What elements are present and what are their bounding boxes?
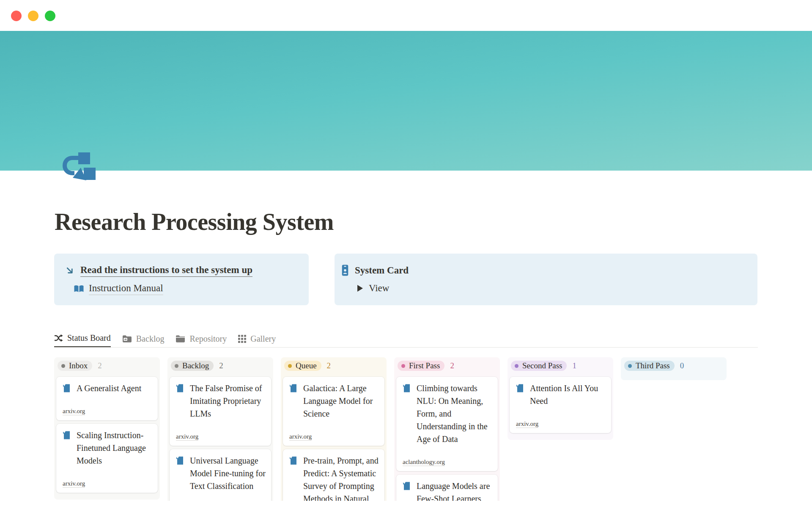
board-column-second-pass: Second Pass1Attention Is All You Needarx… [508, 357, 613, 440]
system-card-callout: System Card View [335, 254, 757, 305]
card-title: Attention Is All You Need [530, 382, 606, 407]
document-icon [403, 482, 410, 490]
card-title: A Generalist Agent [77, 382, 141, 395]
tab-repository[interactable]: Repository [176, 330, 227, 348]
card-source-link[interactable]: arxiv.org [289, 433, 312, 441]
system-card-heading: System Card [355, 265, 409, 276]
document-icon [63, 431, 70, 467]
document-icon [289, 384, 297, 392]
transform-arrow-squares-icon [61, 152, 96, 187]
instruction-manual-link[interactable]: Instruction Manual [89, 283, 163, 295]
column-status-pill[interactable]: Queue [284, 361, 321, 371]
column-count: 2 [450, 361, 454, 370]
tab-status-board[interactable]: Status Board [54, 330, 111, 348]
column-name: Backlog [182, 361, 209, 370]
column-name: Second Pass [522, 361, 562, 370]
column-header: Backlog2 [171, 361, 271, 371]
document-icon [403, 384, 410, 445]
instructions-callout: Read the instructions to set the system … [54, 254, 309, 305]
document-icon [63, 431, 70, 439]
page-cover-image[interactable] [0, 31, 812, 171]
column-status-pill[interactable]: Third Pass [624, 361, 675, 371]
page-title: Research Processing System [55, 208, 334, 235]
card-source-link[interactable]: aclanthology.org [403, 458, 445, 466]
paper-card[interactable]: Attention Is All You Needarxiv.org [510, 377, 611, 433]
grid-icon [238, 335, 246, 343]
column-name: First Pass [409, 361, 440, 370]
tabbar-divider [54, 347, 758, 348]
document-icon [176, 456, 184, 465]
column-status-pill[interactable]: Backlog [171, 361, 214, 371]
board-column-third-pass: Third Pass0 [621, 357, 727, 380]
paper-card[interactable]: The False Promise of Imitating Proprieta… [170, 377, 271, 446]
shuffle-icon [54, 334, 63, 342]
column-header: Third Pass0 [624, 361, 724, 371]
notion-page: Research Processing System Read the inst… [0, 0, 812, 508]
board-column-queue: Queue2Galactica: A Large Language Model … [281, 357, 387, 501]
column-header: Queue2 [284, 361, 384, 371]
paper-card[interactable]: Scaling Instruction-Finetuned Language M… [56, 424, 158, 493]
document-icon [176, 384, 184, 420]
paper-card[interactable]: Language Models are Few-Shot Learners [396, 475, 498, 501]
status-dot-icon [175, 364, 178, 368]
status-dot-icon [61, 364, 65, 368]
document-icon [516, 384, 524, 392]
card-source-link[interactable]: arxiv.org [176, 433, 198, 441]
document-icon [63, 384, 70, 392]
column-name: Inbox [69, 361, 88, 370]
column-count: 0 [680, 361, 684, 370]
window-zoom-button[interactable] [45, 11, 55, 21]
card-title: The False Promise of Imitating Proprieta… [190, 382, 266, 420]
tab-label: Repository [189, 334, 227, 344]
document-icon [403, 384, 410, 392]
document-icon [289, 384, 297, 420]
tab-label: Status Board [67, 333, 111, 343]
card-title: Scaling Instruction-Finetuned Language M… [77, 429, 152, 467]
column-status-pill[interactable]: Second Pass [511, 361, 567, 371]
card-title: Climbing towards NLU: On Meaning, Form, … [417, 382, 492, 445]
document-icon [63, 384, 70, 395]
card-source-link[interactable]: arxiv.org [516, 420, 538, 428]
tab-gallery[interactable]: Gallery [238, 330, 276, 348]
system-card-view-toggle[interactable]: View [369, 283, 389, 294]
status-dot-icon [401, 364, 405, 368]
folder-icon [176, 335, 185, 343]
page-icon[interactable] [61, 152, 96, 187]
status-board: Inbox2A Generalist Agentarxiv.orgScaling… [54, 357, 773, 501]
tab-label: Gallery [250, 334, 276, 344]
column-header: First Pass2 [398, 361, 498, 371]
paper-card[interactable]: Universal Language Model Fine-tuning for… [170, 449, 271, 501]
status-dot-icon [288, 364, 292, 368]
window-close-button[interactable] [11, 11, 22, 21]
paper-card[interactable]: Climbing towards NLU: On Meaning, Form, … [396, 377, 498, 471]
document-icon [176, 456, 184, 492]
document-icon [403, 482, 410, 501]
document-icon [289, 456, 297, 465]
toggle-triangle-icon[interactable] [357, 285, 363, 292]
paper-card[interactable]: Galactica: A Large Language Model for Sc… [283, 377, 384, 446]
card-source-link[interactable]: arxiv.org [63, 480, 85, 488]
instructions-link[interactable]: Read the instructions to set the system … [80, 265, 252, 277]
column-header: Inbox2 [58, 361, 158, 371]
column-status-pill[interactable]: Inbox [58, 361, 92, 371]
folder-arrow-icon [122, 335, 132, 343]
column-count: 2 [327, 361, 331, 370]
card-title: Galactica: A Large Language Model for Sc… [303, 382, 379, 420]
open-book-icon [74, 284, 84, 294]
column-name: Third Pass [636, 361, 670, 370]
card-title: Language Models are Few-Shot Learners [417, 480, 492, 501]
paper-card[interactable]: A Generalist Agentarxiv.org [56, 377, 158, 420]
column-count: 1 [572, 361, 576, 370]
tab-backlog[interactable]: Backlog [122, 330, 165, 348]
document-icon [516, 384, 524, 407]
card-source-link[interactable]: arxiv.org [63, 407, 85, 415]
board-column-backlog: Backlog2The False Promise of Imitating P… [167, 357, 273, 501]
column-name: Queue [296, 361, 317, 370]
status-dot-icon [515, 364, 518, 368]
window-titlebar [0, 0, 812, 31]
tab-label: Backlog [136, 334, 165, 344]
window-minimize-button[interactable] [28, 11, 38, 21]
id-badge-icon [342, 265, 348, 276]
column-status-pill[interactable]: First Pass [398, 361, 444, 371]
paper-card[interactable]: Pre-train, Prompt, and Predict: A System… [283, 449, 384, 501]
